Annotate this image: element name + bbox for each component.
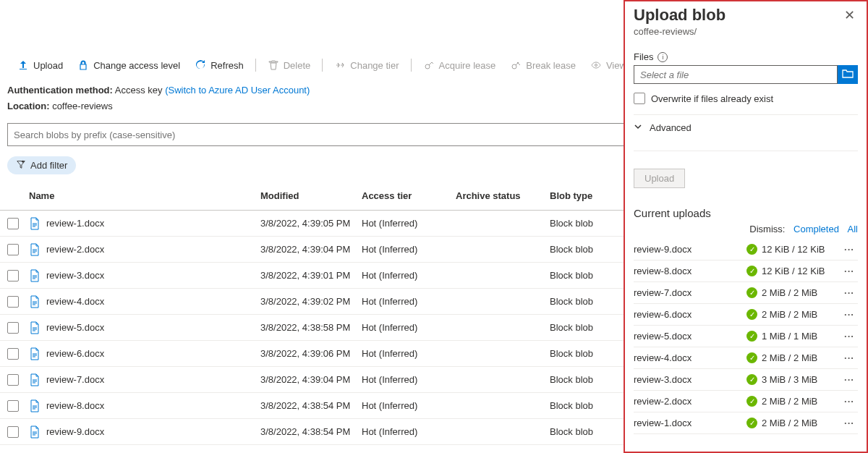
col-archive[interactable]: Archive status <box>456 190 550 201</box>
more-icon[interactable]: ··· <box>841 331 858 342</box>
tier-icon <box>334 59 346 71</box>
row-checkbox[interactable] <box>7 374 19 386</box>
row-checkbox[interactable] <box>7 296 19 308</box>
blob-modified: 3/8/2022, 4:39:04 PM <box>260 374 362 385</box>
files-label: Files <box>634 51 653 62</box>
upload-name: review-4.docx <box>634 352 746 363</box>
break-lease-button[interactable]: Break lease <box>504 56 582 74</box>
upload-name: review-8.docx <box>634 266 746 276</box>
overwrite-checkbox[interactable] <box>634 93 645 104</box>
blob-type: Block blob <box>550 400 615 411</box>
upload-size: 3 MiB / 3 MiB <box>762 374 817 385</box>
row-checkbox[interactable] <box>7 322 19 334</box>
blob-type: Block blob <box>550 218 615 229</box>
blob-tier: Hot (Inferred) <box>362 348 456 359</box>
col-tier[interactable]: Access tier <box>362 190 456 201</box>
document-icon <box>29 217 41 230</box>
document-icon <box>29 269 41 282</box>
more-icon[interactable]: ··· <box>841 352 858 363</box>
row-checkbox[interactable] <box>7 426 19 438</box>
more-icon[interactable]: ··· <box>841 309 858 320</box>
row-checkbox[interactable] <box>7 218 19 229</box>
info-icon[interactable]: i <box>658 52 668 62</box>
document-icon <box>29 243 41 256</box>
change-tier-label: Change tier <box>350 60 399 71</box>
blob-tier: Hot (Inferred) <box>362 244 456 255</box>
change-access-label: Change access level <box>93 60 180 71</box>
file-select-input[interactable] <box>634 65 838 84</box>
svg-point-2 <box>595 64 597 67</box>
separator <box>322 59 323 72</box>
row-checkbox[interactable] <box>7 348 19 360</box>
document-icon <box>29 399 41 412</box>
row-checkbox[interactable] <box>7 400 19 412</box>
trash-icon <box>268 59 279 71</box>
auth-method-label: Authentication method: <box>7 85 113 96</box>
upload-name: review-5.docx <box>634 331 746 342</box>
upload-size: 1 MiB / 1 MiB <box>762 331 817 342</box>
blob-modified: 3/8/2022, 4:38:54 PM <box>260 400 362 411</box>
change-access-button[interactable]: Change access level <box>72 56 186 74</box>
more-icon[interactable]: ··· <box>841 418 858 428</box>
col-name[interactable]: Name <box>29 190 260 201</box>
more-icon[interactable]: ··· <box>841 374 858 385</box>
blob-modified: 3/8/2022, 4:39:02 PM <box>260 296 362 307</box>
refresh-label: Refresh <box>210 60 244 71</box>
upload-row: review-3.docx✓3 MiB / 3 MiB··· <box>634 369 858 391</box>
separator <box>411 59 412 72</box>
add-filter-button[interactable]: Add filter <box>7 156 76 174</box>
eye-icon <box>590 59 602 71</box>
switch-auth-link[interactable]: (Switch to Azure AD User Account) <box>165 85 310 96</box>
upload-name: review-1.docx <box>634 418 746 428</box>
upload-name: review-6.docx <box>634 309 746 320</box>
upload-name: review-9.docx <box>634 244 746 255</box>
auth-method-value: Access key <box>115 85 163 96</box>
blob-modified: 3/8/2022, 4:39:01 PM <box>260 270 362 281</box>
upload-size: 2 MiB / 2 MiB <box>762 287 817 298</box>
refresh-button[interactable]: Refresh <box>189 56 250 74</box>
blob-modified: 3/8/2022, 4:38:58 PM <box>260 322 362 333</box>
blob-name: review-5.docx <box>46 322 104 333</box>
document-icon <box>29 347 41 360</box>
blob-modified: 3/8/2022, 4:39:04 PM <box>260 244 362 255</box>
browse-button[interactable] <box>838 65 858 84</box>
dismiss-completed-link[interactable]: Completed <box>793 224 839 234</box>
change-tier-button[interactable]: Change tier <box>328 56 404 74</box>
current-uploads-title: Current uploads <box>634 207 858 219</box>
lease-icon <box>423 59 435 71</box>
location-label: Location: <box>7 101 50 111</box>
blob-tier: Hot (Inferred) <box>362 270 456 281</box>
more-icon[interactable]: ··· <box>841 266 858 276</box>
more-icon[interactable]: ··· <box>841 287 858 298</box>
blob-modified: 3/8/2022, 4:39:06 PM <box>260 348 362 359</box>
col-modified[interactable]: Modified <box>260 190 362 201</box>
upload-row: review-8.docx✓12 KiB / 12 KiB··· <box>634 261 858 282</box>
upload-row: review-9.docx✓12 KiB / 12 KiB··· <box>634 239 858 261</box>
upload-name: review-3.docx <box>634 374 746 385</box>
upload-row: review-2.docx✓2 MiB / 2 MiB··· <box>634 391 858 412</box>
blob-type: Block blob <box>550 322 615 333</box>
upload-icon <box>17 59 29 71</box>
row-checkbox[interactable] <box>7 244 19 255</box>
blob-tier: Hot (Inferred) <box>362 296 456 307</box>
success-icon: ✓ <box>746 352 757 363</box>
upload-name: review-7.docx <box>634 287 746 298</box>
blob-type: Block blob <box>550 374 615 385</box>
dismiss-all-link[interactable]: All <box>848 224 858 234</box>
chevron-down-icon <box>634 122 642 133</box>
row-checkbox[interactable] <box>7 270 19 281</box>
advanced-toggle[interactable]: Advanced <box>634 115 858 140</box>
upload-button[interactable]: Upload <box>12 56 69 74</box>
acquire-lease-button[interactable]: Acquire lease <box>417 56 502 74</box>
close-icon[interactable]: ✕ <box>841 6 858 25</box>
advanced-label: Advanced <box>650 122 692 133</box>
more-icon[interactable]: ··· <box>841 244 858 255</box>
col-type[interactable]: Blob type <box>550 190 615 201</box>
blob-name: review-9.docx <box>46 426 104 437</box>
delete-button[interactable]: Delete <box>262 56 317 74</box>
success-icon: ✓ <box>746 418 757 428</box>
delete-label: Delete <box>284 60 311 71</box>
more-icon[interactable]: ··· <box>841 396 858 407</box>
success-icon: ✓ <box>746 331 757 342</box>
upload-submit-button[interactable]: Upload <box>634 169 685 188</box>
